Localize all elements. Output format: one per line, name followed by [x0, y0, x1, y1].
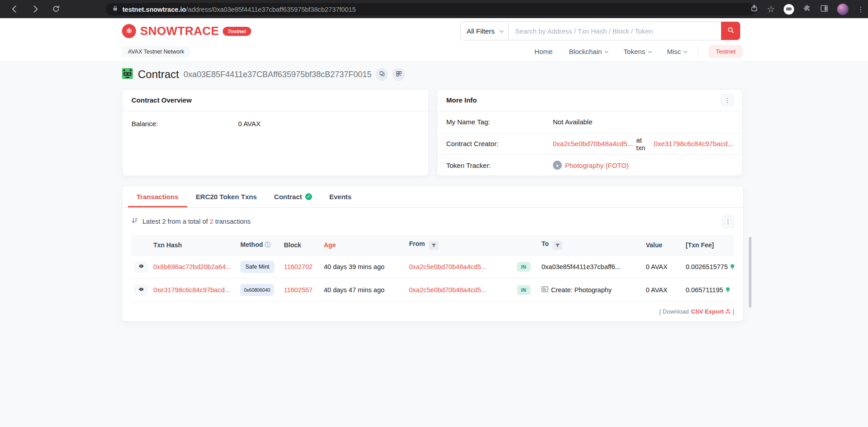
col-direction [513, 235, 538, 255]
col-method: Methodⓘ [237, 235, 280, 255]
more-info-card: More Info ⋮ My Name Tag: Not Available C… [437, 89, 743, 176]
token-logo-icon: ▲ [553, 161, 562, 170]
nav-misc[interactable]: Misc [667, 48, 687, 55]
browser-nav-buttons [10, 5, 60, 14]
snowflake-logo-icon: ❄ [122, 24, 136, 38]
token-tracker-link[interactable]: Photography (FOTO) [565, 162, 629, 169]
txn-hash-link[interactable]: 0x8b698ac72bd20b2a64... [153, 263, 231, 270]
page-title: Contract [138, 68, 179, 81]
copy-address-button[interactable] [375, 68, 388, 81]
gas-bulb-icon[interactable] [730, 263, 734, 270]
block-link[interactable]: 11602557 [284, 286, 312, 294]
filter-from-button[interactable] [429, 241, 439, 250]
testnet-network-button[interactable]: Testnet [708, 45, 743, 58]
brand-name: SNOWTRACE [140, 24, 219, 38]
tab-transactions[interactable]: Transactions [128, 186, 187, 207]
browser-toolbar-right: ☆ ⋮ [750, 0, 864, 18]
bookmark-star-icon[interactable]: ☆ [767, 4, 775, 15]
chevron-down-icon [605, 49, 608, 53]
tab-events[interactable]: Events [321, 186, 360, 207]
search-filter-label: All Filters [467, 27, 495, 35]
age-value: 40 days 39 mins ago [324, 263, 385, 270]
col-value: Value [642, 235, 682, 255]
forward-icon[interactable] [31, 5, 40, 14]
contract-identicon [122, 68, 133, 81]
search-filter-dropdown[interactable]: All Filters [461, 22, 509, 40]
block-link[interactable]: 11602702 [284, 263, 312, 270]
copy-icon [379, 71, 385, 78]
from-address-link[interactable]: 0xa2c5e0bd70b48a4cd5... [409, 286, 487, 294]
tx-preview-button[interactable] [135, 285, 147, 295]
url-domain: testnet.snowtrace.io [122, 6, 186, 13]
address-bar[interactable]: testnet.snowtrace.io/address/0xa03e85f44… [106, 3, 756, 15]
reload-icon[interactable] [52, 5, 60, 13]
back-icon[interactable] [10, 5, 19, 14]
csv-export-link[interactable]: CSV Export [691, 308, 731, 315]
search-input[interactable] [509, 22, 721, 40]
contract-overview-body: Balance: 0 AVAX [122, 111, 429, 136]
filter-to-button[interactable] [552, 241, 562, 250]
creator-address-link[interactable]: 0xa2c5e0bd70b48a4cd5... [553, 140, 633, 147]
transaction-row: 0xe31798c6c84c97bacd... 0x60806040 11602… [132, 278, 734, 302]
direction-badge: IN [517, 285, 531, 295]
col-eye [132, 235, 150, 255]
transactions-summary-text: Latest 2 from a total of 2 transactions [142, 218, 251, 225]
direction-badge: IN [517, 262, 531, 272]
contract-creator-label: Contract Creator: [446, 140, 553, 147]
contract-overview-header: Contract Overview [122, 89, 429, 111]
creator-txn-link[interactable]: 0xe31798c6c84c97bacd... [654, 140, 733, 147]
chevron-down-icon [499, 28, 504, 33]
chevron-down-icon [648, 49, 652, 53]
txn-hash-link[interactable]: 0xe31798c6c84c97bacd... [153, 286, 230, 294]
qr-code-icon [396, 71, 402, 78]
profile-avatar[interactable] [837, 4, 848, 15]
nav-tokens[interactable]: Tokens [624, 48, 651, 55]
browser-menu-icon[interactable]: ⋮ [857, 5, 864, 14]
name-tag-row: My Name Tag: Not Available [437, 111, 742, 133]
transactions-card: Transactions ERC20 Token Txns Contract✓ … [122, 186, 744, 322]
extensions-puzzle-icon[interactable] [803, 4, 811, 15]
lock-icon [112, 5, 118, 14]
sidebar-icon[interactable] [820, 4, 829, 15]
col-txn-hash: Txn Hash [150, 235, 237, 255]
token-tracker-label: Token Tracker: [446, 162, 553, 169]
token-tracker-row: Token Tracker: ▲ Photography (FOTO) [437, 154, 742, 176]
col-age[interactable]: Age [320, 235, 405, 255]
screen: testnet.snowtrace.io/address/0xa03e85f44… [0, 0, 868, 427]
nav-divider [698, 46, 698, 57]
top-nav: Home Blockchain Tokens Misc Testnet [518, 45, 743, 58]
nav-blockchain[interactable]: Blockchain [569, 48, 608, 55]
txn-fee-value: 0.065711195 [686, 286, 723, 294]
extension-owl-icon[interactable] [784, 4, 794, 15]
site-header: ❄ SNOWTRACE Testnet AVAX Testnet Network… [0, 19, 868, 61]
more-info-header: More Info ⋮ [437, 89, 742, 111]
search-button[interactable] [721, 22, 740, 40]
col-block: Block [280, 235, 320, 255]
table-header-row: Txn Hash Methodⓘ Block Age From To Value… [132, 235, 734, 255]
col-to: To [538, 235, 642, 255]
name-tag-value: Not Available [553, 118, 592, 126]
snowtrace-logo[interactable]: ❄ SNOWTRACE Testnet [122, 24, 251, 38]
tx-preview-button[interactable] [135, 262, 147, 272]
tab-contract[interactable]: Contract✓ [265, 186, 321, 207]
gas-bulb-icon[interactable] [725, 286, 731, 294]
share-icon[interactable] [750, 4, 758, 15]
info-icon[interactable]: ⓘ [265, 241, 271, 248]
qr-code-button[interactable] [392, 68, 405, 81]
contract-creator-row: Contract Creator: 0xa2c5e0bd70b48a4cd5..… [437, 133, 742, 155]
to-address: 0xa03e85f4411e37cbaff6... [541, 263, 620, 270]
method-badge: Safe Mint [240, 261, 274, 273]
nav-home[interactable]: Home [535, 48, 553, 55]
browser-chrome: testnet.snowtrace.io/address/0xa03e85f44… [0, 0, 868, 18]
eye-icon [138, 286, 144, 294]
transactions-menu-button[interactable]: ⋮ [722, 216, 734, 228]
download-suffix: ] [732, 308, 734, 315]
scrollbar-thumb[interactable] [749, 237, 751, 308]
name-tag-label: My Name Tag: [446, 118, 553, 126]
col-txn-fee: [Txn Fee] [682, 235, 734, 255]
kebab-menu-icon: ⋮ [725, 218, 731, 225]
more-info-menu-button[interactable]: ⋮ [721, 94, 733, 106]
tab-erc20-token-txns[interactable]: ERC20 Token Txns [187, 186, 266, 207]
download-prefix: [ Download [659, 308, 689, 315]
from-address-link[interactable]: 0xa2c5e0bd70b48a4cd5... [409, 263, 487, 270]
